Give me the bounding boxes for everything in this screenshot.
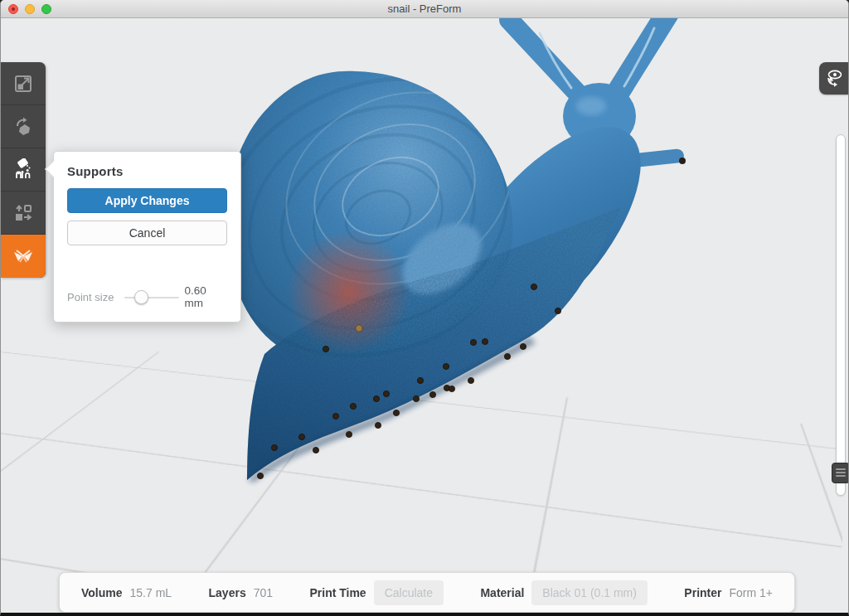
- support-point-highlighted[interactable]: [356, 325, 362, 332]
- titlebar: snail - PreForm: [1, 0, 848, 18]
- point-size-label: Point size: [67, 291, 119, 303]
- supports-tool-button[interactable]: [1, 148, 46, 192]
- apply-changes-button[interactable]: Apply Changes: [67, 188, 227, 213]
- support-point[interactable]: [417, 377, 423, 383]
- status-bar: Volume 15.7 mL Layers 701 Print Time Cal…: [59, 572, 795, 613]
- point-size-row: Point size 0.60 mm: [67, 284, 227, 309]
- support-point[interactable]: [443, 363, 449, 369]
- point-size-value: 0.60 mm: [184, 284, 227, 309]
- material-label: Material: [480, 586, 524, 599]
- view-orbit-button[interactable]: [819, 62, 848, 95]
- material-button[interactable]: Black 01 (0.1 mm): [531, 580, 648, 605]
- support-point[interactable]: [470, 339, 476, 345]
- layers-value: 701: [254, 586, 273, 599]
- cancel-button[interactable]: Cancel: [67, 221, 227, 245]
- support-point[interactable]: [429, 391, 435, 397]
- tentacle-tip: [679, 158, 686, 164]
- support-point[interactable]: [413, 395, 419, 401]
- support-point[interactable]: [393, 410, 399, 415]
- layer-slider-track[interactable]: [836, 134, 846, 496]
- formlabs-butterfly-icon: [11, 245, 36, 268]
- preform-window: snail - PreForm: [0, 0, 849, 616]
- volume-group: Volume 15.7 mL: [81, 586, 172, 599]
- support-point[interactable]: [555, 308, 560, 313]
- support-point[interactable]: [298, 434, 304, 439]
- material-group: Material Black 01 (0.1 mm): [480, 580, 648, 605]
- support-point[interactable]: [323, 346, 328, 352]
- printer-value: Form 1+: [729, 586, 773, 599]
- support-point[interactable]: [271, 444, 277, 450]
- support-point[interactable]: [375, 422, 381, 428]
- scale-icon: [12, 73, 34, 95]
- support-point[interactable]: [313, 447, 318, 453]
- support-point[interactable]: [520, 343, 526, 349]
- printer-group: Printer Form 1+: [684, 586, 773, 599]
- support-point[interactable]: [332, 413, 338, 419]
- orient-tool-button[interactable]: [1, 105, 46, 148]
- point-size-slider[interactable]: [124, 290, 180, 304]
- layout-tool-button[interactable]: [1, 192, 46, 235]
- volume-value: 15.7 mL: [130, 586, 172, 599]
- support-point[interactable]: [350, 403, 356, 409]
- support-point[interactable]: [504, 353, 510, 359]
- support-point[interactable]: [449, 386, 454, 391]
- slider-track: [124, 297, 180, 298]
- support-point[interactable]: [257, 473, 263, 478]
- slider-knob[interactable]: [134, 290, 148, 304]
- support-point[interactable]: [531, 284, 536, 289]
- support-point[interactable]: [383, 390, 389, 396]
- layers-group: Layers 701: [209, 586, 274, 599]
- support-point[interactable]: [373, 395, 379, 401]
- viewport[interactable]: Supports Apply Changes Cancel Point size…: [1, 18, 848, 613]
- head-highlight: [576, 97, 606, 115]
- support-point[interactable]: [346, 431, 352, 437]
- rotate-icon: [12, 116, 34, 138]
- volume-label: Volume: [81, 586, 123, 599]
- snail-model[interactable]: [174, 18, 686, 483]
- print-time-group: Print Time Calculate: [309, 580, 444, 605]
- print-time-label: Print Time: [309, 586, 366, 599]
- scale-tool-button[interactable]: [1, 62, 46, 105]
- supports-icon: [12, 158, 35, 182]
- layout-icon: [12, 202, 34, 224]
- orbit-view-icon: [824, 68, 844, 90]
- calculate-button[interactable]: Calculate: [374, 580, 444, 605]
- support-point[interactable]: [482, 338, 488, 344]
- panel-title: Supports: [67, 164, 227, 178]
- printer-label: Printer: [684, 586, 721, 599]
- layers-label: Layers: [209, 586, 246, 599]
- tool-sidebar: [1, 62, 46, 278]
- supports-panel: Supports Apply Changes Cancel Point size…: [53, 151, 241, 323]
- layer-slider-handle[interactable]: [832, 463, 848, 483]
- window-title: snail - PreForm: [1, 2, 848, 15]
- support-point[interactable]: [468, 377, 473, 383]
- print-upload-button[interactable]: [1, 235, 46, 278]
